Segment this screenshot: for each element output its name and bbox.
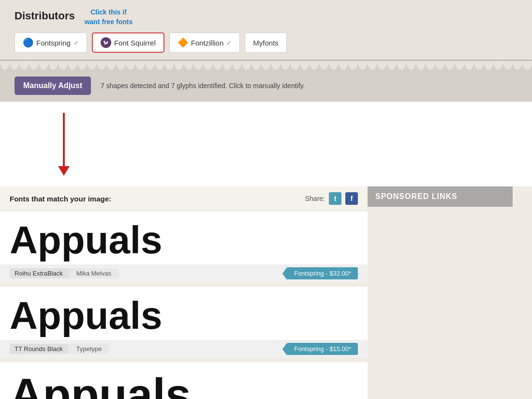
arrow-line xyxy=(63,113,65,166)
arrow-head xyxy=(58,166,70,176)
fontspring-check: ✓ xyxy=(74,39,79,46)
fontspring-label: Fontspring xyxy=(36,39,71,47)
results-area: Fonts that match your image: Share: t f … xyxy=(0,186,532,399)
manually-section: Manually Adjust 7 shapes detected and 7 … xyxy=(0,70,532,102)
font-buy-button-1[interactable]: Fontspring - $32.00* xyxy=(287,267,358,279)
font-result-2: Appuals TT Rounds Black Typetype Fontspr… xyxy=(0,287,368,358)
share-twitter-button[interactable]: t xyxy=(329,192,341,205)
font-meta-2: TT Rounds Black Typetype Fontspring - $1… xyxy=(0,340,368,358)
font-result-3: Appuals xyxy=(0,362,368,399)
share-area: Share: t f xyxy=(305,192,358,205)
fontspring-button[interactable]: 🔵 Fontspring ✓ xyxy=(15,32,87,53)
myfonts-button[interactable]: Myfonts xyxy=(245,32,287,53)
results-title: Fonts that match your image: xyxy=(10,195,111,203)
font-preview-3: Appuals xyxy=(10,372,358,399)
share-facebook-button[interactable]: f xyxy=(345,192,358,205)
font-author-2: Typetype xyxy=(68,344,106,354)
manually-adjust-button[interactable]: Manually Adjust xyxy=(15,77,91,95)
fontspring-icon: 🔵 xyxy=(23,37,33,48)
fontzillion-check: ✓ xyxy=(226,39,232,46)
font-name-1: Roihu ExtraBlack xyxy=(10,268,68,278)
fontsquirrel-label: Font Squirrel xyxy=(114,39,156,47)
click-hint: Click this if want free fonts xyxy=(85,8,133,27)
squirrel-icon: 🐿 xyxy=(101,37,111,48)
sponsored-sidebar: SPONSORED LINKS xyxy=(368,186,513,399)
manually-status-text: 7 shapes detected and 7 glyphs identifie… xyxy=(101,82,305,90)
results-main: Fonts that match your image: Share: t f … xyxy=(0,186,368,399)
sponsored-links-header: SPONSORED LINKS xyxy=(368,186,513,207)
font-preview-1: Appuals xyxy=(10,221,358,260)
distributor-buttons: 🔵 Fontspring ✓ 🐿 Font Squirrel 🔶 Fontzil… xyxy=(15,32,517,60)
fontzillion-icon: 🔶 xyxy=(177,37,188,48)
font-meta-1: Roihu ExtraBlack Mika Melvas Fontspring … xyxy=(0,264,368,282)
font-result-1: Appuals Roihu ExtraBlack Mika Melvas Fon… xyxy=(0,211,368,283)
click-hint-line2: want free fonts xyxy=(85,17,133,27)
myfonts-label: Myfonts xyxy=(253,39,279,47)
share-label: Share: xyxy=(305,195,325,202)
distributors-section: Distributors Click this if want free fon… xyxy=(0,0,532,61)
fontzillion-label: Fontzillion xyxy=(191,39,224,47)
red-arrow xyxy=(58,113,70,176)
click-hint-line1: Click this if xyxy=(85,8,133,17)
distributors-title: Distributors xyxy=(15,10,75,22)
font-author-1: Mika Melvas xyxy=(69,268,116,278)
font-buy-button-2[interactable]: Fontspring - $15.00* xyxy=(287,343,358,355)
fontzillion-button[interactable]: 🔶 Fontzillion ✓ xyxy=(169,32,240,53)
font-name-2: TT Rounds Black xyxy=(10,344,67,354)
wavy-separator xyxy=(0,61,532,70)
font-preview-2: Appuals xyxy=(10,296,358,335)
fontsquirrel-button[interactable]: 🐿 Font Squirrel xyxy=(92,32,164,53)
arrow-area xyxy=(0,102,532,186)
results-header-bar: Fonts that match your image: Share: t f xyxy=(0,186,368,211)
